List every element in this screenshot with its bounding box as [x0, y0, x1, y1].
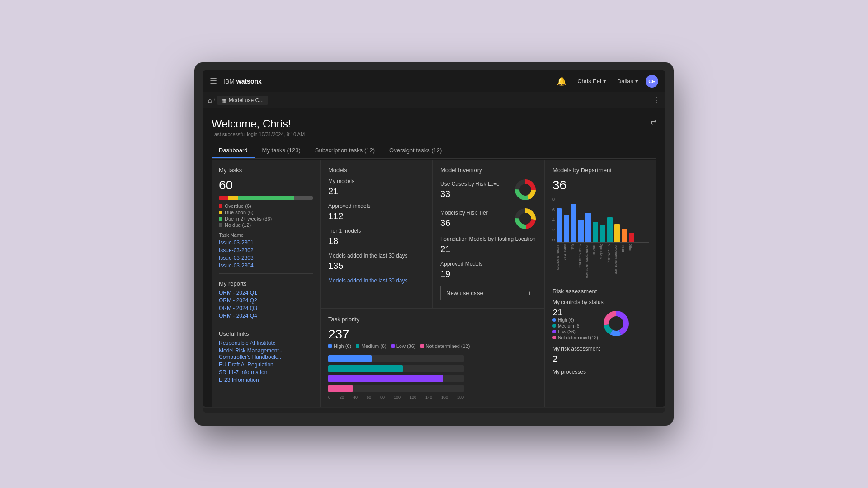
report-q2[interactable]: ORM - 2024 Q2 [219, 297, 313, 304]
axis-20: 20 [340, 395, 344, 399]
dept-bar-ccr [585, 213, 591, 242]
link-eu[interactable]: EU Draft AI Regulation [219, 361, 313, 368]
dept-bar-cr [614, 224, 620, 242]
breadcrumb-separator: / [213, 97, 215, 103]
report-q3[interactable]: ORM - 2024 Q3 [219, 305, 313, 311]
tab-subscription-tasks[interactable]: Subscription tasks (12) [308, 143, 382, 158]
hbar-nd [328, 385, 537, 392]
axis-160: 160 [441, 395, 448, 399]
tab-oversight-tasks[interactable]: Oversight tasks (12) [382, 143, 449, 158]
avatar[interactable]: CE [646, 75, 658, 88]
links-title: Useful links [219, 330, 313, 337]
welcome-row: Welcome, Chris! Last successful login 10… [212, 117, 656, 137]
tab-my-tasks[interactable]: My tasks (123) [255, 143, 308, 158]
dept-chart-area: 0 2 4 6 8 [552, 197, 649, 278]
approved-models-stat: Approved models 112 [328, 203, 425, 221]
added-link[interactable]: Models added in the last 30 days [328, 277, 425, 284]
controls-donut-row: 21 High (6) Medium (6) [552, 307, 649, 340]
task-priority-count: 237 [328, 327, 537, 342]
filter-icon[interactable]: ⇄ [651, 117, 656, 126]
legend-medium-p: Medium (6) [356, 343, 387, 349]
link-sr[interactable]: SR 11-7 Information [219, 369, 313, 375]
high-p-label: High (6) [334, 343, 351, 349]
nd-p-dot [420, 344, 424, 348]
hbar-medium [328, 365, 537, 372]
report-q1[interactable]: ORM - 2024 Q1 [219, 290, 313, 296]
tab-dashboard[interactable]: Dashboard [212, 143, 255, 158]
divider-2 [219, 324, 313, 324]
home-breadcrumb[interactable]: ⌂ [208, 97, 212, 104]
x-label-st: Stress Testing [607, 244, 613, 278]
main-content: Welcome, Chris! Last successful login 10… [203, 108, 665, 407]
medium-label: Medium (6) [558, 324, 581, 328]
location-name: Dallas [617, 78, 633, 84]
tier1-stat: Tier 1 models 18 [328, 228, 425, 246]
dept-divider [552, 283, 649, 283]
overdue-label: Overdue (6) [225, 203, 251, 209]
y-label-0: 0 [552, 238, 555, 242]
axis-60: 60 [367, 395, 371, 399]
legend-nd-p: Not determined (12) [420, 343, 470, 349]
hbar-axis: 0 20 40 60 80 100 120 140 160 180 [328, 395, 464, 399]
x-axis-labels: Human Resources Market Risk Risk Retail … [557, 244, 649, 278]
x-label-risk: Risk [571, 244, 576, 278]
laptop-base [203, 408, 665, 413]
breadcrumb-tab[interactable]: ▦ Model use C... [217, 96, 268, 105]
hbar-low [328, 375, 537, 382]
foundation-count: 21 [440, 244, 537, 254]
dept-bar-risk [571, 204, 576, 242]
risk-tier-donut [514, 207, 537, 230]
notification-button[interactable]: 🔔 [553, 75, 570, 88]
axis-40: 40 [353, 395, 358, 399]
due-soon-label: Due soon (6) [225, 210, 254, 215]
processes-label: My processes [552, 369, 649, 375]
overdue-bar [219, 196, 228, 200]
report-q4[interactable]: ORM - 2024 Q4 [219, 313, 313, 319]
user-menu[interactable]: Chris Eel ▾ [574, 76, 610, 86]
link-rai[interactable]: Responsible AI Institute [219, 340, 313, 346]
risk-title: Risk assessment [552, 288, 649, 295]
link-e23[interactable]: E-23 Information [219, 377, 313, 383]
new-use-case-button[interactable]: New use case + [440, 286, 537, 300]
task-item-1[interactable]: Issue-03-2301 [219, 239, 313, 246]
not-determined-dot [552, 336, 556, 339]
model-inventory-card: Model Inventory Use Cases by Risk Level … [433, 160, 544, 308]
legend-not-determined: Not determined (12) [552, 335, 598, 340]
my-models-stat: My models 21 [328, 178, 425, 197]
location-menu[interactable]: Dallas ▾ [613, 76, 642, 86]
breadcrumb-tab-icon: ▦ [222, 97, 226, 103]
low-label: Low (36) [558, 329, 576, 334]
hbar-nd-track [328, 385, 464, 392]
x-axis-line [557, 242, 649, 243]
tier1-label: Tier 1 models [328, 228, 425, 234]
hbar-high [328, 355, 537, 362]
controls-donut [603, 310, 630, 337]
link-mrm[interactable]: Model Risk Management - Comptroller's Ha… [219, 347, 313, 360]
no-due-label: No due (12) [225, 222, 251, 228]
approved-inv-count: 19 [440, 269, 537, 279]
not-determined-label: Not determined (12) [558, 335, 598, 340]
dept-bar-st [607, 217, 613, 242]
task-item-4[interactable]: Issue-03-2304 [219, 263, 313, 269]
my-tasks-count: 60 [219, 178, 313, 192]
foundation-label: Foundation Models by Hosting Location [440, 236, 537, 242]
low-p-dot [391, 344, 395, 348]
task-item-3[interactable]: Issue-03-2303 [219, 255, 313, 261]
dept-bar-fraud [622, 229, 627, 242]
dept-bar-fin [593, 222, 598, 242]
tabs-bar: Dashboard My tasks (123) Subscription ta… [212, 143, 656, 159]
axis-100: 100 [394, 395, 401, 399]
controls-num-block: 21 High (6) Medium (6) [552, 307, 598, 340]
task-item-2[interactable]: Issue-03-2302 [219, 247, 313, 253]
breadcrumb-more-icon[interactable]: ⋮ [653, 96, 660, 104]
dept-title: Models by Department [552, 167, 649, 174]
dept-bars [557, 197, 649, 242]
task-priority-card: Task priority 237 High (6) Medium (6) [321, 309, 544, 407]
risk-tier-row: Models by Risk Tier 36 [440, 207, 537, 230]
y-axis: 0 2 4 6 8 [552, 197, 555, 242]
hamburger-icon[interactable]: ☰ [210, 76, 217, 86]
legend-low-p: Low (36) [391, 343, 416, 349]
x-label-fin: Finance [593, 244, 598, 278]
medium-p-label: Medium (6) [361, 343, 387, 349]
use-cases-donut [514, 178, 537, 202]
